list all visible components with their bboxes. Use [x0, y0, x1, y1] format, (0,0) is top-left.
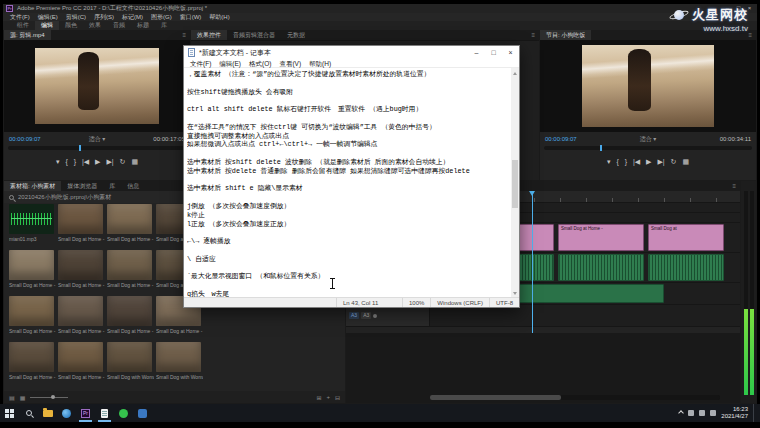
menu-clip[interactable]: 剪辑(C)	[62, 13, 90, 21]
menu-sequence[interactable]: 序列(S)	[90, 13, 118, 21]
tab-bin[interactable]: 素材箱: 小狗素材	[4, 181, 61, 191]
new-bin-icon[interactable]: ⊞	[316, 394, 321, 401]
video-thumbnail[interactable]	[9, 296, 54, 326]
video-thumbnail[interactable]	[58, 250, 103, 280]
project-item[interactable]: Small Dog at Home - S...	[58, 342, 105, 386]
notepad-text-area[interactable]: ，覆盖素材 （注意：“源”的位置决定了快捷键放置素材时素材所处的轨道位置） 按住…	[184, 68, 519, 297]
workspace-tab-editing[interactable]: 编辑	[35, 21, 59, 30]
video-thumbnail[interactable]	[9, 342, 54, 372]
video-thumbnail[interactable]	[107, 342, 152, 372]
track-badge[interactable]: A3	[361, 312, 371, 319]
panel-menu-icon[interactable]: ≡	[178, 30, 190, 40]
tray-icon-2[interactable]	[699, 410, 705, 416]
video-thumbnail[interactable]	[107, 204, 152, 234]
track-toggle-icon[interactable]	[373, 314, 377, 318]
scroll-down-icon[interactable]	[511, 289, 519, 297]
source-fit-dropdown[interactable]: 适合 ▾	[89, 134, 106, 144]
thumbnail-zoom-slider[interactable]	[30, 397, 68, 398]
project-item-audio[interactable]: mian01.mp3	[9, 204, 56, 248]
menu-help[interactable]: 帮助(H)	[205, 13, 233, 21]
track-header-a3[interactable]: A3A3	[346, 305, 430, 326]
panel-menu-icon[interactable]: ≡	[527, 30, 539, 40]
menu-edit[interactable]: 编辑(E)	[34, 13, 62, 21]
tray-chevron-up-icon[interactable]	[678, 410, 684, 416]
scrollbar-thumb[interactable]	[512, 160, 518, 208]
search-icon[interactable]	[9, 195, 14, 200]
project-item[interactable]: Small Dog at Home - S...	[58, 250, 105, 294]
program-scrub-head[interactable]	[600, 145, 602, 151]
notepad-menu-view[interactable]: 查看(V)	[275, 59, 305, 67]
workspace-tab-libraries[interactable]: 库	[155, 21, 173, 30]
notepad-close-button[interactable]: ×	[502, 46, 519, 59]
source-patch-badge[interactable]: A3	[349, 312, 359, 319]
workspace-tab-effects[interactable]: 效果	[83, 21, 107, 30]
notepad-maximize-button[interactable]: □	[485, 46, 502, 59]
program-transport-controls[interactable]: ▾ { } |◀ ▶ ▶| ↻ ▦	[540, 154, 756, 170]
tab-program-monitor[interactable]: 节目: 小狗吃饭	[540, 30, 591, 40]
tab-audio-mixer[interactable]: 音频剪辑混合器	[227, 30, 281, 40]
project-item[interactable]: Small Dog at Home - S...	[58, 204, 105, 248]
tab-metadata[interactable]: 元数据	[281, 30, 311, 40]
menu-window[interactable]: 窗口(W)	[176, 13, 206, 21]
icon-view-icon[interactable]: ▦	[20, 394, 26, 401]
video-thumbnail[interactable]	[107, 250, 152, 280]
video-clip[interactable]: Small Dog at	[648, 224, 724, 251]
notepad-menu-file[interactable]: 文件(F)	[186, 59, 215, 67]
program-scrubber[interactable]	[544, 146, 752, 150]
project-item[interactable]: Small Dog with Woman...	[156, 342, 203, 386]
tab-libraries[interactable]: 库	[103, 181, 121, 191]
video-thumbnail[interactable]	[107, 296, 152, 326]
video-thumbnail[interactable]	[156, 342, 201, 372]
video-clip[interactable]: Small Dog at Home -	[558, 224, 644, 251]
show-desktop-button[interactable]	[753, 404, 757, 422]
taskbar-explorer-button[interactable]	[38, 404, 57, 422]
taskbar-app-button[interactable]	[133, 404, 152, 422]
project-item[interactable]: Small Dog at Home - S...	[107, 250, 154, 294]
workspace-tab-color[interactable]: 颜色	[59, 21, 83, 30]
delete-icon[interactable]: ⊟	[335, 394, 340, 401]
notepad-menu-help[interactable]: 帮助(H)	[305, 59, 335, 67]
workspace-tab-assembly[interactable]: 组件	[11, 21, 35, 30]
video-thumbnail[interactable]	[9, 250, 54, 280]
project-item[interactable]: Small Dog at Home - S...	[9, 342, 56, 386]
tray-icon-3[interactable]	[710, 410, 716, 416]
project-item[interactable]: Small Dog at Home - S...	[58, 296, 105, 340]
audio-waveform-thumbnail[interactable]	[9, 204, 54, 234]
project-item[interactable]: Small Dog at Home - S...	[9, 296, 56, 340]
workspace-tab-audio[interactable]: 音频	[107, 21, 131, 30]
source-scrubber[interactable]	[8, 146, 186, 150]
menu-graphics[interactable]: 图形(G)	[147, 13, 176, 21]
video-thumbnail[interactable]	[58, 296, 103, 326]
timeline-horizontal-scrollbar[interactable]	[430, 395, 720, 400]
panel-menu-icon[interactable]: ≡	[728, 181, 740, 191]
taskbar-chat-button[interactable]	[114, 404, 133, 422]
notepad-titlebar[interactable]: *新建文本文档 - 记事本 – □ ×	[184, 46, 519, 59]
scrollbar-thumb[interactable]	[430, 395, 561, 400]
audio-clip[interactable]	[648, 254, 724, 281]
menu-marker[interactable]: 标记(M)	[118, 13, 147, 21]
taskbar-premiere-button[interactable]: Pr	[76, 404, 95, 422]
start-button[interactable]	[0, 404, 19, 422]
source-scrub-head[interactable]	[79, 145, 81, 151]
audio-clip[interactable]	[558, 254, 644, 281]
scroll-up-icon[interactable]	[511, 68, 519, 76]
taskbar-clock[interactable]: 16:23 2021/4/27	[721, 406, 748, 420]
taskbar-browser-button[interactable]	[57, 404, 76, 422]
workspace-tab-titles[interactable]: 标题	[131, 21, 155, 30]
source-transport-controls[interactable]: ▾ { } |◀ ▶ ▶| ↻ ▦	[4, 154, 190, 170]
notepad-menu-edit[interactable]: 编辑(E)	[215, 59, 245, 67]
notepad-menu-format[interactable]: 格式(O)	[245, 59, 275, 67]
list-view-icon[interactable]: ▤	[9, 394, 15, 401]
project-item[interactable]: Small Dog at Home - S...	[9, 250, 56, 294]
track-lane-a3[interactable]	[430, 305, 740, 326]
tab-source-monitor[interactable]: 源: 剪辑.mp4	[4, 30, 51, 40]
tab-effect-controls[interactable]: 效果控件	[191, 30, 227, 40]
tab-media-browser[interactable]: 媒体浏览器	[61, 181, 103, 191]
taskbar-search-button[interactable]	[19, 404, 38, 422]
program-fit-dropdown[interactable]: 适合 ▾	[640, 134, 657, 144]
video-thumbnail[interactable]	[58, 204, 103, 234]
program-timecode[interactable]: 00:00:09:07	[545, 134, 577, 144]
project-item[interactable]: Small Dog at Home - S...	[107, 296, 154, 340]
notepad-minimize-button[interactable]: –	[468, 46, 485, 59]
playhead[interactable]	[532, 191, 533, 333]
